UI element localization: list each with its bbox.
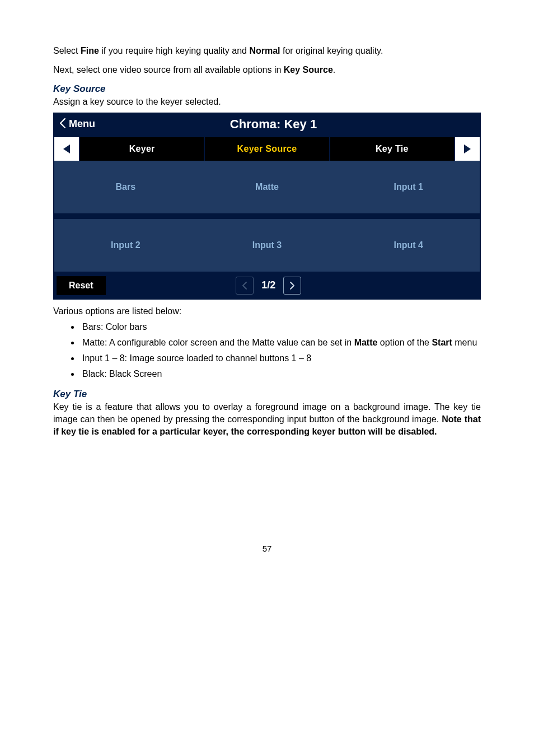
bold-matte: Matte: [354, 338, 378, 347]
page-number: 57: [53, 544, 481, 553]
keysource-desc: Assign a key source to the keyer selecte…: [53, 96, 481, 108]
back-chevron-icon[interactable]: [60, 117, 65, 132]
menu-panel: Menu Chroma: Key 1 Keyer Keyer Source Ke…: [53, 113, 481, 300]
menu-titlebar: Menu Chroma: Key 1: [53, 113, 481, 136]
text: Next, select one video source from all a…: [53, 65, 284, 74]
bold-start: Start: [432, 338, 452, 347]
keytie-desc: Key tie is a feature that allows you to …: [53, 401, 481, 437]
svg-marker-0: [63, 144, 70, 153]
sep: [53, 262, 481, 272]
li-bars: Bars: Color bars: [80, 320, 481, 334]
opt-row-2: Input 2 Input 3 Input 4: [54, 229, 480, 262]
text: for original keying quality.: [280, 46, 383, 55]
heading-key-tie: Key Tie: [53, 389, 481, 400]
sep: [53, 203, 481, 213]
bold-fine: Fine: [81, 46, 99, 55]
tabs-next[interactable]: [455, 137, 480, 161]
bold-normal: Normal: [249, 46, 280, 55]
li-matte: Matte: A configurable color screen and t…: [80, 336, 481, 349]
pager-next[interactable]: [283, 277, 301, 295]
text: .: [333, 65, 335, 74]
text: option of the: [377, 338, 432, 347]
options-intro: Various options are listed below:: [53, 305, 481, 318]
tab-key-tie[interactable]: Key Tie: [330, 137, 454, 161]
opt-bars[interactable]: Bars: [69, 171, 182, 203]
pager-prev[interactable]: [236, 277, 254, 295]
li-black: Black: Black Screen: [80, 367, 481, 381]
text: if you require high keying quality and: [99, 46, 250, 55]
intro-keysource: Next, select one video source from all a…: [53, 64, 481, 76]
bold-keysource: Key Source: [284, 65, 333, 74]
opt-row-1: Bars Matte Input 1: [54, 171, 480, 203]
svg-marker-1: [464, 144, 471, 153]
intro-fine-normal: Select Fine if you require high keying q…: [53, 45, 481, 57]
li-input: Input 1 – 8: Image source loaded to chan…: [80, 352, 481, 365]
text: Key tie is a feature that allows you to …: [53, 402, 481, 424]
sep: [53, 219, 481, 229]
pager-text: 1/2: [257, 279, 280, 291]
tab-keyer[interactable]: Keyer: [80, 137, 204, 161]
menu-title: Chroma: Key 1: [73, 117, 474, 132]
sep: [53, 161, 481, 171]
text: Matte: A configurable color screen and t…: [82, 338, 354, 347]
opt-input3[interactable]: Input 3: [210, 229, 324, 262]
tab-row: Keyer Keyer Source Key Tie: [53, 136, 481, 161]
menu-footer: Reset 1/2: [53, 272, 481, 300]
pager: 1/2: [60, 277, 477, 295]
gap: [53, 213, 481, 219]
opt-input1[interactable]: Input 1: [352, 171, 465, 203]
text: menu: [452, 338, 477, 347]
tab-keyer-source[interactable]: Keyer Source: [205, 137, 329, 161]
tabs-prev[interactable]: [54, 137, 79, 161]
options-list: Bars: Color bars Matte: A configurable c…: [53, 320, 481, 381]
opt-input4[interactable]: Input 4: [352, 229, 465, 262]
opt-input2[interactable]: Input 2: [69, 229, 182, 262]
heading-key-source: Key Source: [53, 83, 481, 95]
text: Select: [53, 46, 81, 55]
opt-matte[interactable]: Matte: [210, 171, 324, 203]
